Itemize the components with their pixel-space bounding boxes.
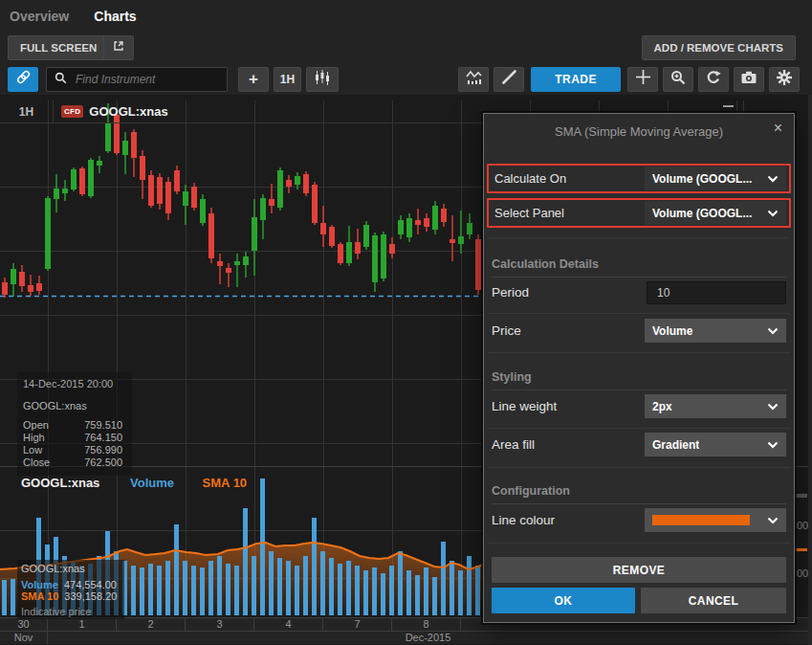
sma-axis-marker xyxy=(795,548,807,551)
area-fill-dropdown[interactable]: Gradient xyxy=(645,433,786,456)
styling-heading: Styling xyxy=(492,370,786,390)
volume-axis-fragment-lower: 00 xyxy=(797,567,808,579)
tab-charts[interactable]: Charts xyxy=(94,9,136,24)
x-tick: 1 xyxy=(48,618,117,631)
minimize-panel-icon[interactable] xyxy=(723,105,734,107)
x-tick: 4 xyxy=(254,618,323,631)
trade-button[interactable]: TRADE xyxy=(531,67,621,92)
line-colour-dropdown[interactable] xyxy=(645,508,786,532)
chevron-down-icon xyxy=(767,517,779,524)
popout-button[interactable] xyxy=(103,35,134,60)
search-input[interactable] xyxy=(74,72,219,87)
refresh-button[interactable] xyxy=(698,67,729,92)
axis-scroll-marker[interactable] xyxy=(795,494,807,498)
crosshair-button[interactable] xyxy=(627,67,658,92)
ohlc-open-label: Open xyxy=(23,419,67,431)
camera-icon xyxy=(741,71,757,88)
candlestick-style-icon xyxy=(314,70,331,89)
volume-tooltip-sma-label: SMA 10 xyxy=(21,590,58,602)
x-axis-months: Nov Dec-2015 xyxy=(0,631,808,644)
trendline-button[interactable] xyxy=(494,67,524,92)
indicative-price-label: Indicative price xyxy=(21,606,117,618)
zoom-in-icon xyxy=(670,70,686,89)
interval-label: 1H xyxy=(280,73,295,86)
volume-tooltip-symbol: GOOGL:xnas xyxy=(21,563,117,575)
volume-series-label[interactable]: Volume xyxy=(130,476,174,490)
volume-axis-fragment-upper: 00 xyxy=(797,520,808,531)
x-tick: 2 xyxy=(117,618,186,631)
ohlc-symbol: GOOGL:xnas xyxy=(23,400,122,411)
volume-tooltip-volume-value: 474,554.00 xyxy=(64,579,117,590)
chart-interval-label[interactable]: 1H xyxy=(0,100,54,122)
area-fill-value: Gradient xyxy=(652,438,699,452)
ohlc-low-value: 756.990 xyxy=(67,444,122,456)
select-panel-value: Volume (GOOGL... xyxy=(652,207,752,220)
volume-tooltip-volume-label: Volume xyxy=(21,579,58,590)
select-panel-label: Select Panel xyxy=(494,206,564,220)
indicator-button[interactable] xyxy=(458,67,489,92)
add-remove-charts-button[interactable]: ADD / REMOVE CHARTS xyxy=(642,35,796,60)
volume-symbol: GOOGL:xnas xyxy=(21,476,99,490)
settings-button[interactable] xyxy=(769,67,800,92)
ok-button[interactable]: OK xyxy=(492,588,635,613)
chart-style-button[interactable] xyxy=(306,67,339,92)
volume-tooltip-sma-value: 339,158.20 xyxy=(64,590,117,602)
crosshair-icon xyxy=(636,70,650,88)
calculate-on-row: Calculate On Volume (GOOGL... xyxy=(487,164,791,193)
volume-panel-header: GOOGL:xnas Volume SMA 10 xyxy=(21,476,247,490)
search-icon xyxy=(55,71,67,88)
x-tick: 8 xyxy=(392,618,461,631)
add-instrument-button[interactable]: + xyxy=(238,67,269,92)
remove-button[interactable]: REMOVE xyxy=(492,557,786,583)
volume-tooltip: GOOGL:xnas Volume474,554.00 SMA 10339,15… xyxy=(17,560,124,619)
configuration-heading: Configuration xyxy=(492,484,786,504)
chart-symbol: GOOGL:xnas xyxy=(89,104,167,119)
calculation-details-heading: Calculation Details xyxy=(492,257,786,278)
zoom-button[interactable] xyxy=(663,67,693,92)
month-label-dec: Dec-2015 xyxy=(48,632,808,644)
snapshot-button[interactable] xyxy=(734,67,764,92)
tab-overview[interactable]: Overview xyxy=(10,9,69,24)
chevron-down-icon xyxy=(767,441,779,449)
line-weight-label: Line weight xyxy=(492,399,557,413)
instrument-search[interactable] xyxy=(46,67,228,92)
top-navigation: Overview Charts xyxy=(0,0,812,32)
cancel-button[interactable]: CANCEL xyxy=(641,588,786,613)
line-weight-value: 2px xyxy=(652,400,672,413)
line-colour-label: Line colour xyxy=(492,513,555,527)
period-label: Period xyxy=(492,285,529,300)
chart-toolbar-left: + 1H xyxy=(8,67,339,92)
chevron-down-icon xyxy=(767,175,779,183)
chevron-down-icon xyxy=(767,327,779,335)
sma-series-label[interactable]: SMA 10 xyxy=(203,476,247,490)
chart-toolbar-right: TRADE xyxy=(458,67,800,92)
indicator-icon xyxy=(466,70,482,88)
trendline-icon xyxy=(502,70,516,88)
area-fill-label: Area fill xyxy=(492,437,535,452)
link-chart-button[interactable] xyxy=(8,67,38,92)
sma-dialog: SMA (Simple Moving Average) × Calculate … xyxy=(483,113,795,623)
dialog-title: SMA (Simple Moving Average) xyxy=(484,124,794,139)
line-weight-dropdown[interactable]: 2px xyxy=(645,394,786,418)
chevron-down-icon xyxy=(767,210,779,217)
period-input[interactable] xyxy=(647,281,786,304)
full-screen-button[interactable]: FULL SCREEN xyxy=(8,35,109,60)
ohlc-close-label: Close xyxy=(23,456,67,468)
select-panel-row: Select Panel Volume (GOOGL... xyxy=(487,198,791,228)
x-tick: 30 xyxy=(0,618,48,631)
price-dropdown[interactable]: Volume xyxy=(645,319,786,343)
gear-icon xyxy=(777,70,792,89)
calculate-on-label: Calculate On xyxy=(494,171,566,186)
calculate-on-dropdown[interactable]: Volume (GOOGL... xyxy=(645,167,786,190)
x-tick: 3 xyxy=(186,618,254,631)
link-icon xyxy=(15,69,32,89)
price-value: Volume xyxy=(652,324,692,338)
close-icon[interactable]: × xyxy=(774,121,782,136)
select-panel-dropdown[interactable]: Volume (GOOGL... xyxy=(645,201,786,225)
chevron-down-icon xyxy=(767,403,779,411)
line-colour-swatch xyxy=(652,515,750,525)
interval-button[interactable]: 1H xyxy=(274,67,301,92)
module-toolbar: FULL SCREEN ADD / REMOVE CHARTS xyxy=(0,32,812,63)
x-tick: 7 xyxy=(323,618,392,631)
cfd-badge: CFD xyxy=(61,105,83,118)
